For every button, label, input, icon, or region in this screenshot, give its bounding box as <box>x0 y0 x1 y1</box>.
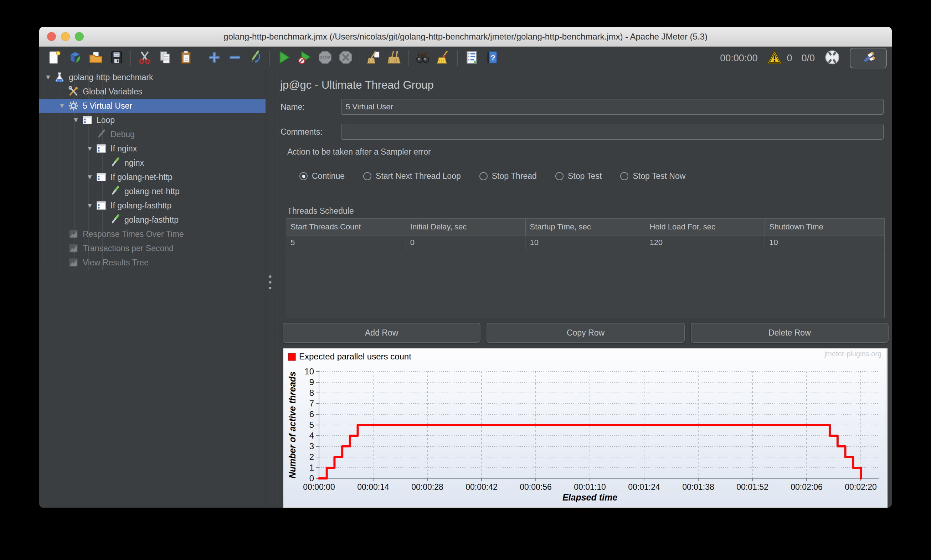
shutdown-button[interactable] <box>338 50 354 66</box>
templates-button[interactable] <box>67 50 83 66</box>
sampler-gray-icon <box>95 128 107 140</box>
tree-item-view-results-tree[interactable]: View Results Tree <box>39 255 265 270</box>
new-file-icon <box>47 50 62 66</box>
column-header-startup-time-sec[interactable]: Startup Time, sec <box>526 219 646 235</box>
tree-item-if-golang-fasthttp[interactable]: ▼If golang-fasthttp <box>39 198 265 213</box>
logic-controller-icon <box>95 200 107 212</box>
table-cell[interactable]: 10 <box>765 235 884 250</box>
plus-button[interactable] <box>206 50 222 66</box>
radio-circle-icon[interactable] <box>363 172 371 180</box>
page-title: jp@gc - Ultimate Thread Group <box>280 79 434 92</box>
minimize-button[interactable] <box>61 32 70 41</box>
tree-item-transactions-per-second[interactable]: Transactions per Second <box>39 241 265 255</box>
help-icon: ? <box>485 50 500 66</box>
pencil-arrow-button[interactable] <box>247 50 264 66</box>
arguments-wrench-icon <box>67 86 80 98</box>
add-row-button[interactable]: Add Row <box>283 323 481 343</box>
expander-icon[interactable]: ▼ <box>85 202 95 209</box>
copy-row-button[interactable]: Copy Row <box>487 323 684 343</box>
threads-schedule-fieldset-title: Threads Schedule <box>282 206 885 216</box>
sampler-error-fieldset-title: Action to be taken after a Sampler error <box>282 147 885 157</box>
search-button[interactable] <box>415 50 431 66</box>
delete-row-button[interactable]: Delete Row <box>691 323 889 343</box>
function-helper-button[interactable] <box>463 50 480 66</box>
radio-circle-icon[interactable] <box>620 172 628 180</box>
tree-item-golang-net-http[interactable]: golang-net-http <box>39 184 265 198</box>
expander-icon[interactable]: ▼ <box>85 173 95 181</box>
logic-controller-icon <box>81 114 93 126</box>
warning-icon[interactable] <box>767 49 782 67</box>
minus-button[interactable] <box>227 50 243 66</box>
column-header-shutdown-time[interactable]: Shutdown Time <box>765 219 884 235</box>
table-cell[interactable]: 10 <box>526 235 646 250</box>
svg-text:00:02:06: 00:02:06 <box>791 482 823 492</box>
column-header-start-threads-count[interactable]: Start Threads Count <box>286 219 406 235</box>
jmeter-window: golang-http-benchmark.jmx (/Users/nicola… <box>39 27 892 508</box>
svg-text:00:00:28: 00:00:28 <box>411 482 443 492</box>
tree-item-debug[interactable]: Debug <box>39 127 265 142</box>
radio-stop-test[interactable]: Stop Test <box>555 171 602 181</box>
splitter-handle[interactable] <box>265 69 274 508</box>
plugins-manager-button[interactable] <box>850 48 887 68</box>
start-button[interactable] <box>276 50 292 66</box>
table-cell[interactable]: 5 <box>286 235 406 250</box>
radio-circle-icon[interactable] <box>555 172 564 180</box>
sampler-error-options: ContinueStart Next Thread LoopStop Threa… <box>299 171 686 181</box>
clear-search-button[interactable] <box>435 50 452 66</box>
toolbar-status: 00:00:00 0 0/0 <box>720 48 888 68</box>
svg-text:8: 8 <box>309 388 314 398</box>
tree-item-golang-fasthttp[interactable]: golang-fasthttp <box>39 213 265 227</box>
expander-icon[interactable]: ▼ <box>43 73 54 81</box>
cut-button[interactable] <box>137 50 153 66</box>
expander-icon[interactable]: ▼ <box>57 102 67 110</box>
radio-circle-icon[interactable] <box>299 172 308 180</box>
column-header-initial-delay-sec[interactable]: Initial Delay, sec <box>406 219 526 235</box>
main-panel: jp@gc - Ultimate Thread Group Name: Comm… <box>274 69 892 508</box>
expander-icon[interactable]: ▼ <box>71 116 81 124</box>
radio-circle-icon[interactable] <box>479 172 488 180</box>
open-file-button[interactable] <box>88 50 104 66</box>
chart-svg: 01234567891000:00:0000:00:1400:00:2800:0… <box>284 348 886 507</box>
tree-item-label: Response Times Over Time <box>83 229 184 239</box>
svg-text:00:00:14: 00:00:14 <box>357 482 389 492</box>
toolbar-separator <box>360 50 360 66</box>
new-file-button[interactable] <box>46 50 63 66</box>
table-cell[interactable]: 120 <box>645 235 765 250</box>
table-cell[interactable]: 0 <box>406 235 526 250</box>
column-header-hold-load-for-sec[interactable]: Hold Load For, sec <box>645 219 765 235</box>
window-title: golang-http-benchmark.jmx (/Users/nicola… <box>224 32 707 42</box>
tree-item-if-nginx[interactable]: ▼If nginx <box>39 142 265 156</box>
zoom-button[interactable] <box>75 32 84 41</box>
tree-item-5-virtual-user[interactable]: ▼5 Virtual User <box>39 98 265 113</box>
templates-icon <box>68 50 83 66</box>
tree-item-response-times-over-time[interactable]: Response Times Over Time <box>39 227 265 241</box>
expander-icon[interactable]: ▼ <box>85 145 95 152</box>
tree-item-nginx[interactable]: nginx <box>39 156 265 170</box>
help-button[interactable]: ? <box>484 50 501 66</box>
tree-item-if-golang-net-http[interactable]: ▼If golang-net-http <box>39 170 265 184</box>
svg-text:0: 0 <box>309 474 314 483</box>
test-plan-tree: ▼golang-http-benchmarkGlobal Variables▼5… <box>39 69 265 270</box>
stop-button[interactable]: STOP <box>317 50 333 66</box>
clear-all-button[interactable] <box>386 50 403 66</box>
tree-item-global-variables[interactable]: Global Variables <box>39 85 265 98</box>
close-button[interactable] <box>47 32 56 41</box>
radio-continue[interactable]: Continue <box>299 171 345 181</box>
save-button[interactable] <box>108 50 125 66</box>
tree-item-label: View Results Tree <box>83 258 149 268</box>
copy-button[interactable] <box>157 50 174 66</box>
paste-button[interactable] <box>178 50 194 66</box>
clear-one-button[interactable] <box>366 50 382 66</box>
tree-item-label: golang-net-http <box>124 187 180 196</box>
comments-input[interactable] <box>341 124 883 140</box>
radio-stop-thread[interactable]: Stop Thread <box>479 171 537 181</box>
x-axis-label: Elapsed time <box>563 492 617 502</box>
radio-start-next-thread-loop[interactable]: Start Next Thread Loop <box>363 171 461 181</box>
radio-stop-test-now[interactable]: Stop Test Now <box>620 171 686 181</box>
tree-item-golang-http-benchmark[interactable]: ▼golang-http-benchmark <box>39 70 265 85</box>
name-input[interactable] <box>341 99 883 115</box>
start-no-timers-button[interactable] <box>296 50 313 66</box>
toolbar-separator <box>270 50 270 66</box>
tree-item-loop[interactable]: ▼Loop <box>39 113 265 127</box>
toolbar-separator <box>408 50 409 66</box>
